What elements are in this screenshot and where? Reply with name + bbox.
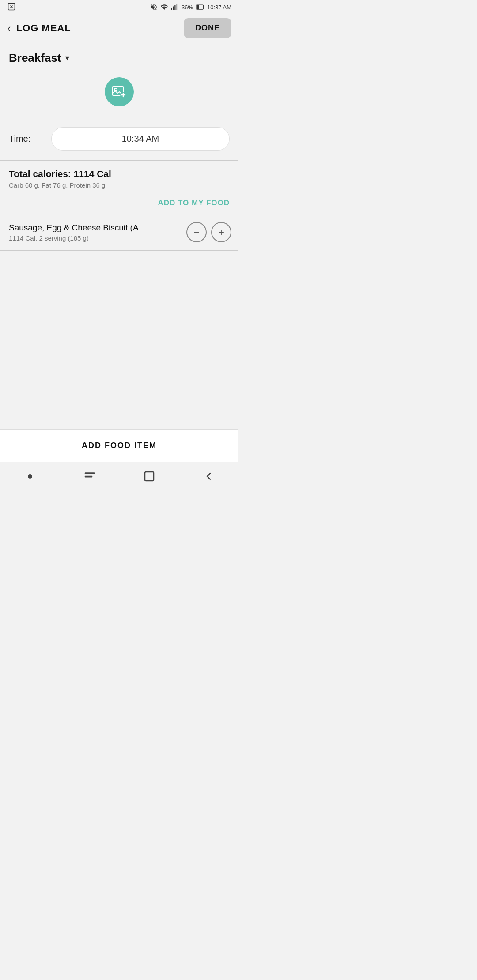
food-item-row: Sausage, Egg & Cheese Biscuit (A… 1114 C…: [0, 214, 238, 250]
nav-bar: ‹ LOG MEAL DONE: [0, 14, 238, 42]
calories-section: Total calories: 1114 Cal Carb 60 g, Fat …: [0, 161, 238, 192]
meal-selector[interactable]: Breakfast ▼: [0, 42, 238, 68]
svg-rect-18: [145, 472, 154, 481]
time-input[interactable]: 10:34 AM: [51, 127, 230, 151]
bottom-nav: [0, 462, 238, 490]
add-food-icon-container: [0, 68, 238, 117]
page-title: LOG MEAL: [16, 23, 184, 34]
svg-point-15: [28, 474, 32, 479]
main-content: Breakfast ▼ Time: 10:34 AM Total calorie…: [0, 42, 238, 462]
decrease-button[interactable]: −: [186, 222, 207, 242]
svg-rect-16: [84, 472, 95, 474]
svg-rect-4: [173, 7, 174, 10]
status-bar: 36% 10:37 AM: [0, 0, 238, 14]
bottom-nav-back[interactable]: [196, 463, 222, 490]
macros-label: Carb 60 g, Fat 76 g, Protein 36 g: [9, 181, 230, 189]
status-icons: 36% 10:37 AM: [150, 3, 231, 11]
svg-rect-8: [204, 6, 204, 8]
square-icon: [143, 470, 156, 483]
meal-label: Breakfast: [9, 51, 61, 65]
status-left-icons: [7, 2, 16, 12]
svg-rect-9: [197, 5, 199, 9]
back-button[interactable]: ‹: [7, 23, 11, 34]
total-calories: Total calories: 1114 Cal: [9, 169, 230, 179]
time-row: Time: 10:34 AM: [0, 117, 238, 160]
bottom-nav-menu[interactable]: [76, 463, 103, 490]
food-item-detail: 1114 Cal, 2 serving (185 g): [9, 234, 176, 242]
food-item-info: Sausage, Egg & Cheese Biscuit (A… 1114 C…: [9, 223, 176, 242]
done-button[interactable]: DONE: [184, 18, 231, 38]
add-to-food-row: ADD TO MY FOOD: [0, 192, 238, 214]
dot-icon: [23, 470, 37, 483]
add-food-circle-button[interactable]: [105, 77, 134, 106]
vertical-separator: [181, 222, 181, 242]
menu-icon: [83, 470, 96, 483]
food-item-controls: − +: [181, 222, 231, 242]
increase-button[interactable]: +: [211, 222, 231, 242]
bottom-nav-square[interactable]: [136, 463, 163, 490]
food-item-name: Sausage, Egg & Cheese Biscuit (A…: [9, 223, 176, 233]
spacer: [0, 251, 238, 429]
time-label: Time:: [9, 134, 44, 144]
time-text: 10:37 AM: [207, 4, 231, 11]
svg-rect-5: [174, 5, 175, 10]
battery-text: 36%: [182, 4, 193, 11]
add-to-food-button[interactable]: ADD TO MY FOOD: [158, 199, 230, 207]
svg-point-11: [114, 88, 117, 91]
svg-rect-17: [84, 475, 92, 477]
bottom-nav-dot[interactable]: [17, 463, 43, 490]
svg-rect-6: [176, 4, 177, 10]
add-food-icon: [111, 83, 128, 100]
add-food-item-button[interactable]: ADD FOOD ITEM: [0, 429, 238, 462]
chevron-down-icon: ▼: [64, 54, 71, 62]
nav-back-icon: [202, 470, 216, 483]
svg-rect-3: [171, 8, 172, 10]
